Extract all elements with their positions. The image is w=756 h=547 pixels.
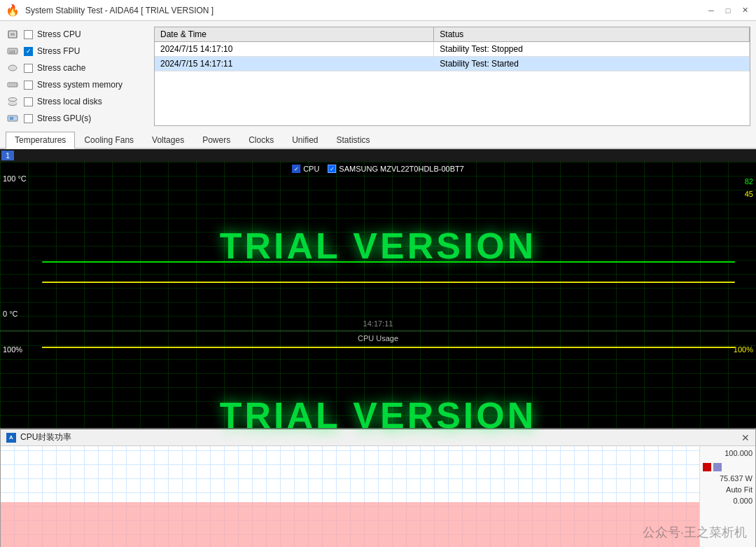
window-title: System Stability Test - AIDA64 [ TRIAL V…	[25, 6, 700, 15]
temp-value-2: 45	[745, 190, 753, 198]
tab-clocks[interactable]: Clocks	[239, 132, 283, 148]
sub-value-autofit: Auto Fit	[703, 485, 752, 494]
sub-legend	[703, 463, 752, 471]
log-datetime-2: 2024/7/15 14:17:11	[155, 57, 434, 71]
cpu-y-top: 100%	[3, 345, 22, 354]
legend-red-dot	[703, 463, 711, 471]
watermark-text: 公众号·王之菜析机	[643, 524, 747, 541]
stress-memory-checkbox[interactable]	[24, 81, 33, 90]
tab-coolingfans[interactable]: Cooling Fans	[75, 132, 143, 148]
temp-line-samsung	[42, 282, 735, 283]
stress-fpu-label: Stress FPU	[37, 46, 80, 56]
fpu-icon: 123	[6, 46, 20, 57]
table-row: 2024/7/15 14:17:11 Stability Test: Start…	[155, 57, 750, 71]
stress-gpus-checkbox[interactable]	[24, 114, 33, 123]
legend-cpu-label: CPU	[303, 165, 319, 173]
legend-samsung-checkbox[interactable]	[328, 165, 336, 173]
cpu-chart-title: CPU Usage	[358, 334, 398, 342]
log-datetime-1: 2024/7/15 14:17:10	[155, 42, 434, 57]
window-controls: ─ □ ✕	[706, 5, 750, 16]
svg-point-4	[8, 65, 17, 71]
legend-blue-dot	[713, 463, 722, 471]
cpu-icon	[6, 29, 20, 40]
sub-window-icon: A	[6, 433, 16, 443]
gpu-icon	[6, 113, 20, 124]
log-col-datetime: Date & Time	[155, 27, 434, 42]
stress-cache-label: Stress cache	[37, 63, 85, 73]
svg-rect-14	[10, 117, 13, 120]
cpu-value-right: 100%	[734, 345, 753, 354]
stress-gpus-label: Stress GPU(s)	[37, 113, 91, 123]
stress-cache-checkbox[interactable]	[24, 64, 33, 73]
stress-memory-item[interactable]: Stress system memory	[6, 77, 146, 92]
trial-watermark-cpu: TRIAL VERSION	[220, 394, 537, 436]
svg-point-12	[8, 98, 17, 102]
stress-options-panel: Stress CPU 123 Stress FPU Stress cache	[6, 27, 146, 126]
stress-fpu-checkbox[interactable]	[24, 47, 33, 56]
sub-value-top: 100.000	[703, 449, 752, 457]
trial-watermark-temp: TRIAL VERSION	[220, 225, 537, 267]
stress-cache-item[interactable]: Stress cache	[6, 60, 146, 76]
chart-legend: CPU SAMSUNG MZVL22T0HDLB-00BT7	[292, 165, 464, 173]
memory-icon	[6, 79, 20, 90]
sub-chart-main	[1, 446, 699, 547]
log-status-2: Stability Test: Started	[434, 57, 750, 71]
sub-window-cpu-power: A CPU封装功率 ✕ 100.000 75.637 W Auto Fit 0.…	[0, 428, 756, 547]
stress-disks-checkbox[interactable]	[24, 97, 33, 106]
table-row: 2024/7/15 14:17:10 Stability Test: Stopp…	[155, 42, 750, 57]
tab-unified[interactable]: Unified	[283, 132, 327, 148]
title-bar: 🔥 System Stability Test - AIDA64 [ TRIAL…	[0, 0, 756, 21]
tab-voltages[interactable]: Voltages	[143, 132, 193, 148]
stress-cpu-item[interactable]: Stress CPU	[6, 27, 146, 42]
svg-text:123: 123	[9, 50, 15, 54]
chart-tab-1[interactable]: 1	[1, 151, 14, 160]
sub-value-bottom: 0.000	[703, 497, 752, 505]
stress-cpu-label: Stress CPU	[37, 29, 81, 39]
tab-temperatures[interactable]: Temperatures	[6, 132, 75, 149]
stress-memory-label: Stress system memory	[37, 80, 122, 90]
app-icon: 🔥	[6, 4, 20, 17]
temp-y-top: 100 °C	[3, 174, 27, 183]
cache-icon	[6, 62, 20, 74]
stress-fpu-item[interactable]: 123 Stress FPU	[6, 43, 146, 59]
stress-gpus-item[interactable]: Stress GPU(s)	[6, 111, 146, 126]
temperature-chart: CPU SAMSUNG MZVL22T0HDLB-00BT7 100 °C 0 …	[0, 162, 756, 331]
legend-samsung: SAMSUNG MZVL22T0HDLB-00BT7	[328, 165, 464, 173]
legend-cpu: CPU	[292, 165, 319, 173]
stress-cpu-checkbox[interactable]	[24, 30, 33, 39]
top-panel: Stress CPU 123 Stress FPU Stress cache	[0, 21, 756, 129]
disk-icon	[6, 96, 20, 107]
stress-disks-item[interactable]: Stress local disks	[6, 94, 146, 109]
svg-rect-1	[10, 33, 15, 36]
cpu-usage-line	[42, 347, 735, 348]
tab-powers[interactable]: Powers	[193, 132, 239, 148]
log-status-1: Stability Test: Stopped	[434, 42, 750, 57]
temp-y-bottom: 0 °C	[3, 310, 18, 318]
close-button[interactable]: ✕	[739, 5, 750, 16]
sub-chart-fill	[1, 502, 699, 547]
sub-value-middle: 75.637 W	[703, 474, 752, 483]
chart-selector: 1	[0, 149, 756, 162]
log-table: Date & Time Status 2024/7/15 14:17:10 St…	[155, 27, 750, 71]
maximize-button[interactable]: □	[722, 5, 734, 16]
sub-window-close-button[interactable]: ✕	[741, 432, 750, 443]
tab-statistics[interactable]: Statistics	[328, 132, 379, 148]
temp-value-1: 82	[745, 177, 753, 186]
legend-cpu-checkbox[interactable]	[292, 165, 300, 173]
tabs-bar: Temperatures Cooling Fans Voltages Power…	[0, 129, 756, 149]
log-table-container: Date & Time Status 2024/7/15 14:17:10 St…	[154, 27, 750, 126]
stress-disks-label: Stress local disks	[37, 97, 102, 106]
legend-samsung-label: SAMSUNG MZVL22T0HDLB-00BT7	[339, 165, 464, 173]
temp-time: 14:17:11	[363, 319, 393, 328]
log-col-status: Status	[434, 27, 750, 42]
minimize-button[interactable]: ─	[706, 5, 717, 16]
